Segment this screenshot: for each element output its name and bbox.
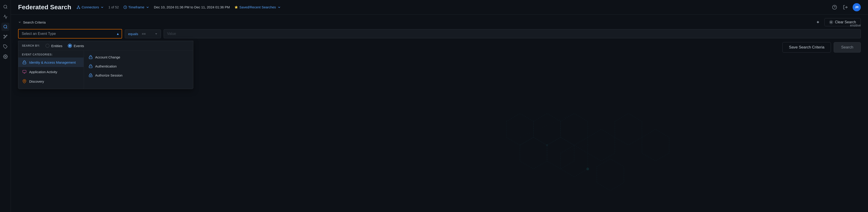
svg-line-44: [520, 113, 574, 137]
sidebar: [0, 0, 11, 212]
entities-radio[interactable]: Entities: [45, 44, 62, 48]
category-iam[interactable]: Identity & Access Management: [18, 57, 84, 67]
authorize-session-label: Authorize Session: [95, 73, 123, 77]
svg-point-27: [24, 80, 25, 82]
category-discovery[interactable]: Discovery: [18, 77, 84, 86]
svg-line-1: [6, 8, 7, 8]
svg-rect-28: [89, 57, 92, 59]
discovery-icon: [22, 79, 27, 84]
search-row: ensitive ▲ SEARCH BY: Entities: [18, 29, 861, 38]
categories-column: EVENT CATEGORIES: Identity & Access Mana…: [18, 51, 84, 89]
sparkle-icon: ✦: [816, 20, 820, 25]
avatar[interactable]: JR: [852, 3, 861, 11]
saved-searches-label: Saved/Recent Searches: [239, 5, 276, 9]
svg-point-13: [78, 6, 79, 6]
authentication-icon: [88, 64, 93, 69]
entities-radio-circle: [45, 44, 50, 48]
svg-line-10: [4, 37, 5, 38]
header: Federated Search Connectors 1 of 52 T: [11, 0, 868, 15]
event-type-dropdown[interactable]: ▲ SEARCH BY: Entities Events: [18, 29, 122, 38]
svg-marker-35: [588, 129, 615, 161]
svg-point-12: [5, 56, 6, 57]
timeframe-label: Timeframe: [128, 5, 145, 9]
event-categories-label: EVENT CATEGORIES:: [18, 51, 84, 57]
event-authorize-session[interactable]: Authorize Session: [84, 71, 193, 80]
svg-line-45: [561, 137, 615, 153]
svg-marker-40: [642, 129, 669, 161]
account-change-icon: [88, 55, 93, 59]
svg-marker-41: [597, 159, 624, 190]
entities-label: Entities: [51, 44, 62, 48]
equals-label: equals: [128, 32, 138, 36]
events-column: Account Change Authentication: [84, 51, 193, 89]
svg-marker-39: [615, 113, 642, 145]
svg-marker-34: [561, 113, 588, 145]
discovery-label: Discovery: [29, 79, 44, 83]
search-by-label: SEARCH BY:: [22, 44, 40, 47]
help-icon[interactable]: [831, 4, 838, 11]
iam-label: Identity & Access Management: [29, 60, 76, 64]
app-icon: [22, 69, 27, 74]
svg-marker-38: [547, 137, 574, 169]
search-criteria-toggle[interactable]: Search Criteria: [18, 20, 46, 24]
svg-marker-19: [235, 6, 238, 8]
header-right-icons: JR: [831, 3, 861, 11]
iam-icon: [22, 60, 27, 65]
logout-icon[interactable]: [842, 4, 849, 11]
connectors-count: 1 of 52: [108, 5, 119, 9]
svg-line-9: [4, 35, 5, 36]
svg-point-43: [546, 144, 548, 146]
events-label: Events: [74, 44, 84, 48]
svg-point-2: [4, 25, 6, 28]
connectors-label: Connectors: [82, 5, 99, 9]
search-button[interactable]: Search: [834, 42, 861, 53]
svg-rect-24: [23, 70, 26, 73]
equals-operator-symbol: ==: [142, 32, 146, 36]
svg-line-3: [6, 28, 7, 29]
svg-point-7: [4, 37, 4, 38]
timeframe-selector[interactable]: Timeframe: [123, 5, 149, 9]
value-input[interactable]: [164, 29, 861, 38]
svg-marker-36: [561, 145, 588, 177]
clear-x-icon: ✕: [829, 20, 833, 24]
svg-point-15: [79, 8, 80, 8]
account-change-label: Account Change: [95, 55, 120, 59]
search-criteria-header: Search Criteria ✦ ✕ Clear Search: [18, 18, 861, 26]
svg-point-4: [5, 36, 6, 37]
saved-searches-selector[interactable]: Saved/Recent Searches: [235, 5, 281, 9]
event-account-change[interactable]: Account Change: [84, 53, 193, 61]
sidebar-icon-puzzle[interactable]: [1, 43, 9, 51]
svg-marker-32: [506, 113, 533, 145]
header-controls: Connectors 1 of 52 Timeframe Dec 10, 202…: [76, 5, 831, 9]
authentication-label: Authentication: [95, 64, 117, 68]
equals-dropdown[interactable]: equals ==: [125, 29, 161, 38]
date-range: Dec 10, 2024 01:36 PM to Dec 11, 2024 01…: [154, 5, 230, 9]
svg-point-14: [77, 8, 78, 8]
svg-marker-37: [520, 137, 547, 169]
event-type-input[interactable]: [18, 29, 122, 38]
svg-point-0: [4, 5, 6, 8]
sidebar-icon-federated[interactable]: [1, 23, 9, 31]
sidebar-icon-settings[interactable]: [1, 53, 9, 61]
app-activity-label: Application Activity: [29, 70, 57, 74]
svg-rect-23: [23, 62, 26, 64]
events-radio-circle: [68, 44, 72, 48]
svg-point-6: [4, 35, 4, 36]
dropdown-body: EVENT CATEGORIES: Identity & Access Mana…: [18, 51, 193, 89]
svg-line-17: [79, 6, 79, 8]
connectors-selector[interactable]: Connectors: [76, 5, 104, 9]
category-app-activity[interactable]: Application Activity: [18, 67, 84, 77]
event-authentication[interactable]: Authentication: [84, 61, 193, 71]
main-content: Federated Search Connectors 1 of 52 T: [11, 0, 868, 212]
save-search-criteria-button[interactable]: Save Search Criteria: [782, 42, 831, 53]
svg-line-16: [78, 6, 79, 8]
authorize-session-icon: [88, 73, 93, 77]
svg-rect-30: [89, 66, 92, 68]
sidebar-icon-nodes[interactable]: [1, 33, 9, 41]
search-criteria-section: Search Criteria ✦ ✕ Clear Search ensitiv…: [11, 15, 868, 38]
sidebar-icon-search[interactable]: [1, 3, 9, 11]
event-type-dropdown-panel: SEARCH BY: Entities Events: [18, 41, 193, 89]
sidebar-icon-activity[interactable]: [1, 13, 9, 21]
bg-pattern: .hex { fill: none; stroke: #1e4a5a; stro…: [416, 76, 868, 212]
events-radio[interactable]: Events: [68, 44, 84, 48]
